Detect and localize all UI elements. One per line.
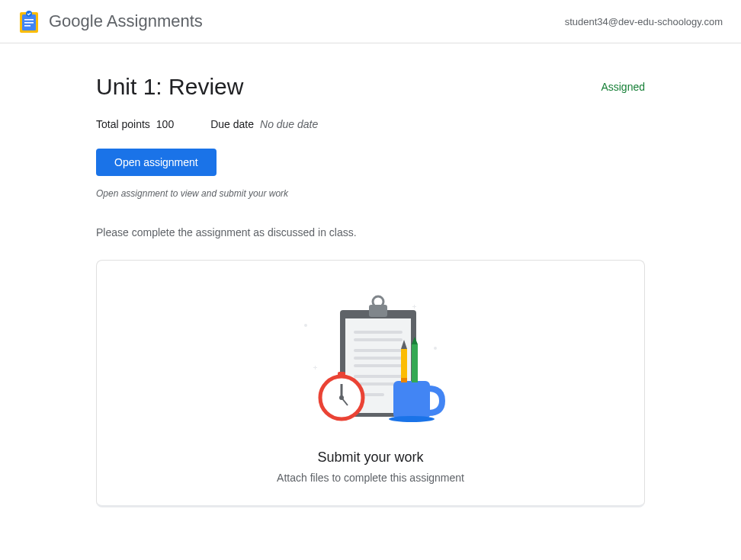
svg-rect-15 [354,357,403,360]
svg-point-26 [389,416,435,422]
main-content: Unit 1: Review Assigned Total points 100… [96,43,645,538]
svg-rect-4 [24,25,30,27]
assignments-logo-icon [18,9,40,34]
due-meta: Due date No due date [210,118,318,130]
assignment-title: Unit 1: Review [96,74,243,100]
due-value: No due date [260,118,318,130]
svg-rect-17 [354,375,403,378]
svg-rect-30 [412,344,418,382]
svg-point-5 [26,11,32,17]
submit-title: Submit your work [112,450,629,466]
svg-rect-14 [354,349,403,352]
svg-rect-27 [401,349,407,382]
svg-rect-3 [24,22,34,24]
svg-point-7 [434,347,437,350]
svg-rect-21 [338,372,345,376]
svg-rect-12 [354,331,403,334]
due-label: Due date [210,118,254,130]
meta-row: Total points 100 Due date No due date [96,118,645,130]
points-value: 100 [156,118,174,130]
assignment-description: Please complete the assignment as discus… [96,226,645,238]
points-label: Total points [96,118,150,130]
svg-rect-25 [393,381,430,419]
submit-card: Submit your work Attach files to complet… [96,260,645,507]
open-assignment-button[interactable]: Open assignment [96,149,217,176]
status-badge: Assigned [601,81,645,93]
helper-text: Open assignment to view and submit your … [96,188,645,199]
header: Google Assignments student34@dev-edu-sch… [0,0,741,43]
user-email: student34@dev-edu-schoology.com [565,16,723,27]
title-row: Unit 1: Review Assigned [96,74,645,100]
svg-rect-2 [24,19,34,21]
product-google: Google [49,11,103,30]
svg-rect-29 [401,378,407,382]
product-name: Google Assignments [49,11,203,31]
svg-rect-16 [354,364,403,367]
points-meta: Total points 100 [96,118,174,130]
svg-point-6 [304,324,307,327]
logo-section: Google Assignments [18,9,203,34]
product-assignments: Assignments [103,11,203,30]
svg-rect-13 [354,338,403,341]
submit-subtitle: Attach files to complete this assignment [112,472,629,484]
clipboard-illustration-icon [287,291,454,428]
